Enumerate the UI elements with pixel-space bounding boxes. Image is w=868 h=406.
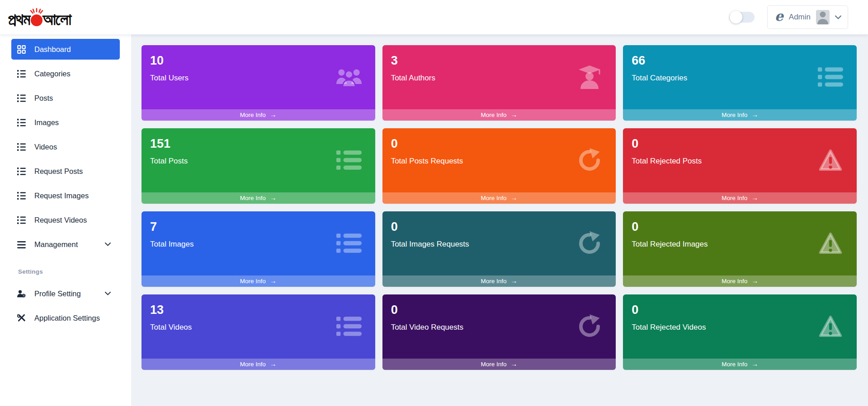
card-body: 3 Total Authors <box>382 45 616 109</box>
admin-dropdown[interactable]: e Admin <box>767 5 848 29</box>
stat-value: 3 <box>391 54 607 68</box>
list-icon <box>336 148 362 173</box>
stat-card-total-images: 7 Total Images More Info → <box>142 211 375 287</box>
users-icon <box>336 65 362 89</box>
more-info-link[interactable]: More Info → <box>382 109 616 121</box>
stat-label: Total Rejected Videos <box>632 323 848 332</box>
card-body: 0 Total Images Requests <box>382 211 616 275</box>
sidebar-item-label: Application Settings <box>34 314 100 322</box>
tools-icon <box>17 314 26 322</box>
sidebar-item-request-videos[interactable]: Request Videos <box>11 210 120 230</box>
toggle-knob[interactable] <box>730 11 742 23</box>
more-info-label: More Info <box>481 361 506 368</box>
more-info-link[interactable]: More Info → <box>623 109 857 121</box>
header-controls: e Admin <box>729 5 848 29</box>
more-info-label: More Info <box>481 112 506 118</box>
sidebar-item-categories[interactable]: Categories <box>11 63 120 84</box>
card-body: 0 Total Rejected Posts <box>623 128 857 192</box>
arrow-right-icon: → <box>751 277 758 284</box>
more-info-label: More Info <box>722 195 747 201</box>
stat-value: 10 <box>150 54 366 68</box>
stat-label: Total Categories <box>632 74 848 83</box>
arrow-right-icon: → <box>751 111 758 118</box>
main-content: 10 Total Users More Info → 3 Total Autho… <box>131 34 868 406</box>
stat-value: 0 <box>632 303 848 317</box>
sidebar-item-label: Profile Setting <box>34 289 81 298</box>
stat-card-total-categories: 66 Total Categories More Info → <box>623 45 857 121</box>
more-info-link[interactable]: More Info → <box>142 275 375 287</box>
grid-icon <box>17 45 26 54</box>
stat-card-total-posts: 151 Total Posts More Info → <box>142 128 375 204</box>
sidebar-item-label: Videos <box>34 143 57 151</box>
arrow-right-icon: → <box>751 360 758 367</box>
more-info-label: More Info <box>240 278 266 285</box>
menu-icon <box>17 240 26 249</box>
list-icon <box>17 191 26 200</box>
more-info-label: More Info <box>240 112 266 118</box>
more-info-link[interactable]: More Info → <box>142 359 375 370</box>
sidebar-item-label: Dashboard <box>34 45 71 54</box>
sidebar-item-label: Request Posts <box>34 167 83 176</box>
stat-card-total-rejected-videos: 0 Total Rejected Videos More Info → <box>623 294 857 370</box>
stat-value: 0 <box>632 137 848 151</box>
avatar <box>816 10 830 24</box>
refresh-icon <box>577 148 602 173</box>
sidebar-item-management[interactable]: Management <box>11 234 120 255</box>
refresh-icon <box>577 314 602 339</box>
sidebar-item-images[interactable]: Images <box>11 112 120 133</box>
arrow-right-icon: → <box>270 194 277 201</box>
stat-value: 0 <box>391 303 607 317</box>
stat-value: 66 <box>632 54 848 68</box>
arrow-right-icon: → <box>511 277 518 284</box>
sidebar: Dashboard Categories Posts Images Videos… <box>0 34 131 406</box>
more-info-link[interactable]: More Info → <box>142 109 375 121</box>
sidebar-item-request-posts[interactable]: Request Posts <box>11 161 120 182</box>
more-info-link[interactable]: More Info → <box>382 359 616 370</box>
list-icon <box>336 314 362 339</box>
sidebar-item-label: Request Images <box>34 191 89 200</box>
browser-icon: e <box>775 9 783 23</box>
stat-card-total-video-requests: 0 Total Video Requests More Info → <box>382 294 616 370</box>
sidebar-nav: Dashboard Categories Posts Images Videos… <box>0 34 131 328</box>
sidebar-item-posts[interactable]: Posts <box>11 88 120 108</box>
stats-grid: 10 Total Users More Info → 3 Total Autho… <box>142 45 857 370</box>
sidebar-item-label: Images <box>34 118 59 127</box>
stat-card-total-posts-requests: 0 Total Posts Requests More Info → <box>382 128 616 204</box>
stat-card-total-users: 10 Total Users More Info → <box>142 45 375 121</box>
stat-value: 7 <box>150 220 366 234</box>
more-info-link[interactable]: More Info → <box>142 192 375 204</box>
card-body: 0 Total Video Requests <box>382 294 616 359</box>
card-body: 0 Total Rejected Images <box>623 211 857 275</box>
card-body: 0 Total Posts Requests <box>382 128 616 192</box>
stat-label: Total Authors <box>391 74 607 83</box>
theme-toggle[interactable] <box>729 12 755 23</box>
stat-value: 0 <box>391 220 607 234</box>
more-info-link[interactable]: More Info → <box>382 192 616 204</box>
sidebar-item-request-images[interactable]: Request Images <box>11 185 120 206</box>
chevron-down-icon <box>105 243 111 246</box>
sidebar-item-label: Posts <box>34 94 53 103</box>
arrow-right-icon: → <box>270 111 277 118</box>
admin-label: Admin <box>789 13 811 22</box>
more-info-label: More Info <box>240 195 266 201</box>
arrow-right-icon: → <box>511 360 518 367</box>
brand-logo[interactable]: প্রথম আলো <box>8 7 71 28</box>
list-icon <box>336 231 362 256</box>
brand-text-right: আলো <box>43 11 71 28</box>
sidebar-item-videos[interactable]: Videos <box>11 136 120 157</box>
arrow-right-icon: → <box>511 111 518 118</box>
stat-label: Total Rejected Posts <box>632 157 848 166</box>
sidebar-item-application-settings[interactable]: Application Settings <box>11 308 120 328</box>
card-body: 66 Total Categories <box>623 45 857 109</box>
more-info-label: More Info <box>722 278 747 285</box>
card-body: 151 Total Posts <box>142 128 375 192</box>
more-info-link[interactable]: More Info → <box>623 192 857 204</box>
settings-section-label: Settings <box>18 268 131 275</box>
more-info-link[interactable]: More Info → <box>623 359 857 370</box>
more-info-link[interactable]: More Info → <box>382 275 616 287</box>
more-info-link[interactable]: More Info → <box>623 275 857 287</box>
arrow-right-icon: → <box>270 277 277 284</box>
dashboard-page: প্রথম আলো e Admin Dashboard <box>0 0 868 406</box>
sidebar-item-profile-setting[interactable]: Profile Setting <box>11 283 120 304</box>
sidebar-item-dashboard[interactable]: Dashboard <box>11 39 120 60</box>
